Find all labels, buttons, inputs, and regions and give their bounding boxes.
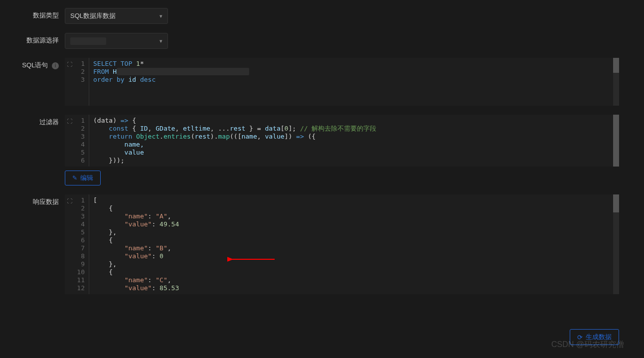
response-code[interactable]: [ { "name": "A", "value": 49.54 }, { "na… — [89, 194, 619, 294]
scrollbar[interactable] — [613, 58, 619, 106]
watermark: CSDN @码农研究僧 — [551, 340, 624, 350]
row-filter: 过滤器 ⛶ 1 2 3 4 5 6 (data) => { const { ID… — [0, 115, 644, 185]
edit-button[interactable]: ✎ 编辑 — [65, 171, 101, 185]
response-editor[interactable]: ⛶ 1 2 3 4 5 6 7 8 9 10 11 12 [ { "name":… — [65, 194, 619, 294]
row-sql: SQL语句 i ⛶ 1 2 3 SELECT TOP 1* FROM Hxxxx… — [0, 58, 644, 106]
expand-icon[interactable]: ⛶ — [67, 197, 72, 205]
sql-code[interactable]: SELECT TOP 1* FROM Hxxxxxxxxxxxxxxxxxxxx… — [89, 58, 619, 106]
sql-editor[interactable]: ⛶ 1 2 3 SELECT TOP 1* FROM Hxxxxxxxxxxxx… — [65, 58, 619, 106]
row-data-source: 数据源选择 xxxxxxxxxxx ▾ — [0, 33, 644, 49]
chevron-down-icon: ▾ — [160, 13, 162, 19]
gutter: ⛶ 1 2 3 4 5 6 7 8 9 10 11 12 — [65, 194, 89, 294]
select-data-type[interactable]: SQL数据库数据 ▾ — [65, 8, 168, 24]
expand-icon[interactable]: ⛶ — [67, 118, 72, 126]
row-data-type: 数据类型 SQL数据库数据 ▾ — [0, 8, 644, 24]
select-data-type-value: SQL数据库数据 — [70, 11, 116, 20]
label-sql: SQL语句 i — [0, 58, 65, 70]
chevron-down-icon: ▾ — [160, 38, 162, 44]
expand-icon[interactable]: ⛶ — [67, 61, 72, 69]
pencil-icon: ✎ — [72, 175, 77, 181]
scrollbar[interactable] — [613, 194, 619, 294]
gutter: ⛶ 1 2 3 4 5 6 — [65, 115, 89, 167]
gutter: ⛶ 1 2 3 — [65, 58, 89, 106]
label-data-source: 数据源选择 — [0, 33, 65, 45]
label-data-type: 数据类型 — [0, 8, 65, 20]
label-response: 响应数据 — [0, 194, 65, 206]
select-data-source[interactable]: xxxxxxxxxxx ▾ — [65, 33, 168, 49]
label-filter: 过滤器 — [0, 115, 65, 127]
help-icon[interactable]: i — [52, 62, 59, 69]
select-data-source-value: xxxxxxxxxxx — [70, 37, 106, 45]
row-response: 响应数据 ⛶ 1 2 3 4 5 6 7 8 9 10 11 12 — [0, 194, 644, 294]
filter-code[interactable]: (data) => { const { ID, GDate, etltime, … — [89, 115, 619, 167]
filter-editor[interactable]: ⛶ 1 2 3 4 5 6 (data) => { const { ID, GD… — [65, 115, 619, 167]
scrollbar[interactable] — [613, 115, 619, 167]
